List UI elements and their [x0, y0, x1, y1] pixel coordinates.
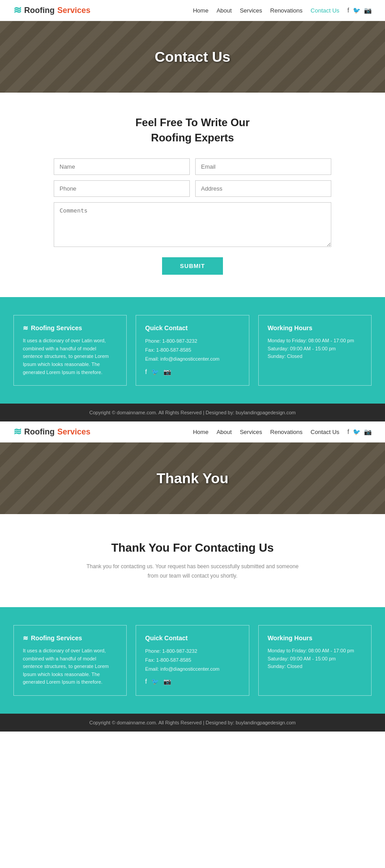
email-input[interactable] [195, 158, 331, 175]
footer-email: Email: info@diagnosticcenter.com [145, 355, 240, 364]
contact-heading: Feel Free To Write OurRoofing Experts [54, 115, 331, 145]
nav-services[interactable]: Services [240, 7, 262, 14]
nav-renovations[interactable]: Renovations [270, 7, 303, 14]
footer2-col3-title: Working Hours [268, 634, 362, 642]
contact-form: SUBMIT [54, 158, 331, 275]
footer-grid-1: ≋ Roofing Services It uses a dictionary … [13, 315, 372, 386]
form-row-1 [54, 158, 331, 175]
instagram-icon-2[interactable]: 📷 [364, 428, 372, 435]
nav-contact[interactable]: Contact Us [311, 7, 339, 14]
comments-textarea[interactable] [54, 202, 331, 247]
footer2-contact-info: Phone: 1-800-987-3232 Fax: 1-800-587-858… [145, 647, 240, 673]
nav2-contact[interactable]: Contact Us [311, 429, 339, 435]
nav-links: Home About Services Renovations Contact … [193, 7, 372, 14]
logo[interactable]: ≋ Roofing Services [13, 4, 90, 16]
footer-col2-title: Quick Contact [145, 324, 240, 332]
twitter-icon[interactable]: 🐦 [353, 7, 360, 14]
nav2-renovations[interactable]: Renovations [270, 429, 303, 435]
nav2-home[interactable]: Home [193, 429, 209, 435]
footer2-instagram-icon[interactable]: 📷 [163, 678, 171, 685]
address-input[interactable] [195, 180, 331, 197]
thankyou-section: Thank You For Contacting Us Thank you fo… [0, 514, 385, 607]
logo-waves-icon: ≋ [13, 4, 21, 16]
footer-col1: ≋ Roofing Services It uses a dictionary … [13, 315, 127, 386]
footer-fax: Fax: 1-800-587-8585 [145, 346, 240, 355]
submit-button[interactable]: SUBMIT [162, 257, 223, 275]
footer2-col3: Working Hours Monday to Friday: 08:00 AM… [258, 625, 372, 696]
footer-bottom-1: Copyright © domainname.com. All Rights R… [0, 404, 385, 421]
footer-col2: Quick Contact Phone: 1-800-987-3232 Fax:… [136, 315, 249, 386]
footer-contact-info: Phone: 1-800-987-3232 Fax: 1-800-587-858… [145, 337, 240, 363]
footer-twitter-icon[interactable]: 🐦 [151, 368, 159, 375]
name-input[interactable] [54, 158, 190, 175]
logo-services-text-2: Services [57, 427, 90, 437]
twitter-icon-2[interactable]: 🐦 [353, 428, 360, 435]
hero-title: Contact Us [155, 49, 231, 65]
footer-social-1: f 🐦 📷 [145, 368, 240, 375]
thankyou-heading: Thank You For Contacting Us [54, 541, 331, 555]
logo-services-text: Services [57, 6, 90, 15]
footer2-col1-text: It uses a dictionary of over Latin word,… [23, 647, 117, 686]
footer2-hours: Monday to Friday: 08:00 AM - 17:00 pm Sa… [268, 647, 362, 671]
logo-waves-icon-2: ≋ [13, 426, 21, 438]
footer-hours: Monday to Friday: 08:00 AM - 17:00 pm Sa… [268, 337, 362, 361]
form-row-2 [54, 180, 331, 197]
copyright-2: Copyright © domainname.com. All Rights R… [90, 720, 296, 725]
footer-col1-title: ≋ Roofing Services [23, 324, 117, 332]
waves-icon-2: ≋ [23, 634, 28, 642]
footer-grid-2: ≋ Roofing Services It uses a dictionary … [13, 625, 372, 696]
navbar: ≋ Roofing Services Home About Services R… [0, 0, 385, 21]
footer2-phone: Phone: 1-800-987-3232 [145, 647, 240, 656]
footer2-facebook-icon[interactable]: f [145, 678, 147, 685]
waves-icon: ≋ [23, 324, 28, 332]
copyright-1: Copyright © domainname.com. All Rights R… [90, 410, 296, 415]
footer-phone: Phone: 1-800-987-3232 [145, 337, 240, 346]
nav-social-2: f 🐦 📷 [347, 428, 372, 435]
phone-input[interactable] [54, 180, 190, 197]
logo-2[interactable]: ≋ Roofing Services [13, 426, 90, 438]
footer2-col2: Quick Contact Phone: 1-800-987-3232 Fax:… [136, 625, 249, 696]
footer-col3-title: Working Hours [268, 324, 362, 332]
hero-title-2: Thank You [157, 470, 229, 487]
footer2-email: Email: info@diagnosticcenter.com [145, 665, 240, 674]
nav-about[interactable]: About [217, 7, 232, 14]
footer-bottom-2: Copyright © domainname.com. All Rights R… [0, 714, 385, 732]
footer2-col1-title: ≋ Roofing Services [23, 634, 117, 642]
footer2-twitter-icon[interactable]: 🐦 [151, 678, 159, 685]
hero-banner: Contact Us [0, 21, 385, 93]
facebook-icon[interactable]: f [347, 7, 349, 14]
footer-col3: Working Hours Monday to Friday: 08:00 AM… [258, 315, 372, 386]
footer2-col2-title: Quick Contact [145, 634, 240, 642]
nav-social: f 🐦 📷 [347, 7, 372, 14]
nav-home[interactable]: Home [193, 7, 209, 14]
facebook-icon-2[interactable]: f [347, 428, 349, 435]
nav2-about[interactable]: About [217, 429, 232, 435]
footer-teal-1: ≋ Roofing Services It uses a dictionary … [0, 297, 385, 404]
instagram-icon[interactable]: 📷 [364, 7, 372, 14]
logo-roofing-text: Roofing [24, 6, 55, 15]
hero-banner-2: Thank You [0, 443, 385, 514]
thankyou-message: Thank you for contacting us. Your reques… [81, 562, 304, 580]
footer-col1-text: It uses a dictionary of over Latin word,… [23, 337, 117, 376]
nav2-services[interactable]: Services [240, 429, 262, 435]
footer-teal-2: ≋ Roofing Services It uses a dictionary … [0, 607, 385, 714]
contact-section: Feel Free To Write OurRoofing Experts SU… [0, 93, 385, 297]
footer-facebook-icon[interactable]: f [145, 368, 147, 375]
footer-social-2: f 🐦 📷 [145, 678, 240, 685]
footer-instagram-icon[interactable]: 📷 [163, 368, 171, 375]
logo-roofing-text-2: Roofing [24, 427, 55, 437]
navbar-2: ≋ Roofing Services Home About Services R… [0, 421, 385, 443]
footer2-col1: ≋ Roofing Services It uses a dictionary … [13, 625, 127, 696]
footer2-fax: Fax: 1-800-587-8585 [145, 656, 240, 665]
nav-links-2: Home About Services Renovations Contact … [193, 428, 372, 435]
